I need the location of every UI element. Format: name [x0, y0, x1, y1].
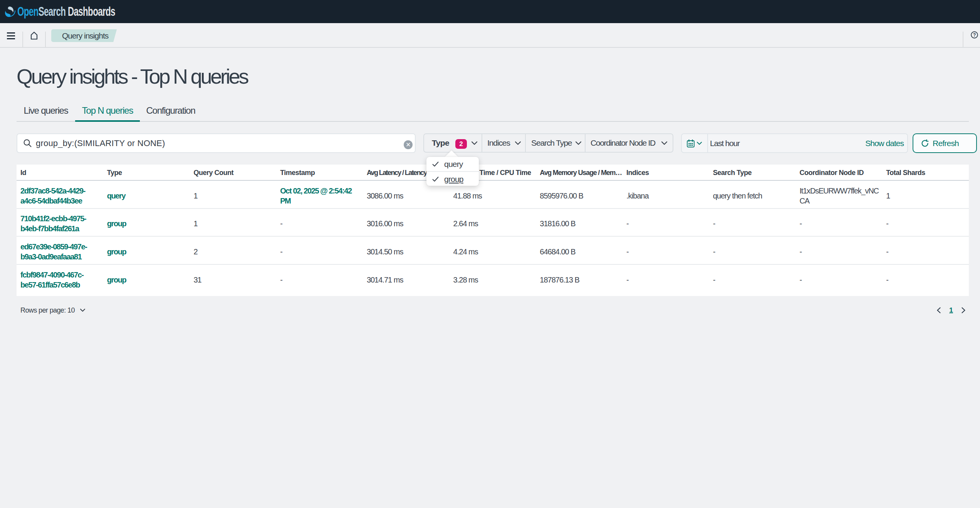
svg-text:?: ?: [973, 32, 976, 38]
